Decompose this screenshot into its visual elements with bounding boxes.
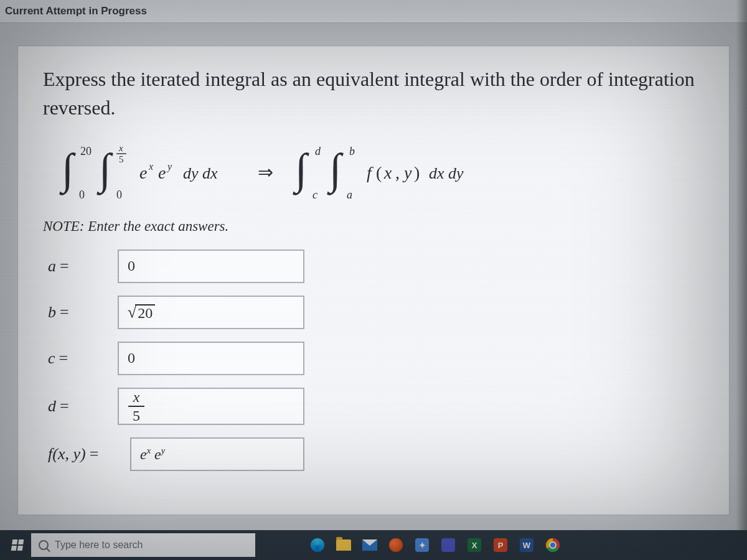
answer-c-label: c= (43, 349, 118, 368)
svg-text:∫: ∫ (96, 145, 113, 195)
svg-text:,: , (395, 163, 400, 182)
snip-icon: ✦ (415, 538, 429, 552)
answer-a-value: 0 (128, 258, 135, 274)
lhs-outer-lower: 0 (79, 189, 85, 201)
answer-f-input[interactable]: ex ey (130, 437, 304, 471)
svg-text:c: c (312, 189, 317, 201)
answer-c-value: 0 (128, 350, 135, 366)
svg-text:b: b (349, 145, 355, 157)
answer-c-input[interactable]: 0 (118, 342, 304, 375)
svg-text:5: 5 (119, 154, 124, 164)
teams-button[interactable] (437, 534, 459, 556)
windows-taskbar: Type here to search ✦ X P W (0, 530, 747, 560)
windows-logo-icon (11, 539, 24, 551)
search-icon (39, 540, 49, 550)
excel-button[interactable]: X (463, 534, 486, 556)
svg-text:dy dx: dy dx (183, 164, 218, 182)
svg-text:e: e (158, 163, 166, 182)
teams-icon (441, 538, 455, 552)
answer-d-input[interactable]: x 5 (118, 388, 304, 425)
edge-button[interactable] (306, 534, 329, 556)
svg-text:x: x (383, 163, 392, 182)
groove-icon (389, 538, 403, 552)
answer-d-value: x 5 (128, 390, 145, 423)
svg-text:f: f (367, 163, 374, 182)
search-placeholder: Type here to search (55, 539, 143, 551)
svg-text:): ) (414, 163, 420, 182)
svg-text:∫: ∫ (59, 145, 76, 195)
svg-text:0: 0 (116, 189, 122, 201)
question-prompt: Express the iterated integral as an equi… (43, 65, 704, 123)
svg-text:∫: ∫ (293, 145, 309, 195)
chrome-icon (546, 538, 560, 552)
svg-text:x: x (148, 161, 153, 172)
mail-button[interactable] (359, 534, 381, 556)
powerpoint-icon: P (494, 538, 507, 552)
integral-expression: ∫ 20 0 ∫ x 5 0 e x e y dy dx ⇒ ∫ d (49, 141, 704, 197)
task-view-button[interactable] (280, 534, 303, 556)
svg-text:dx dy: dx dy (429, 164, 464, 182)
svg-text:a: a (347, 189, 352, 201)
svg-text:y: y (166, 161, 172, 172)
excel-icon: X (467, 538, 481, 552)
svg-text:∫: ∫ (327, 145, 344, 195)
answer-a-input[interactable]: 0 (118, 250, 304, 283)
chrome-button[interactable] (542, 534, 564, 556)
file-explorer-button[interactable] (332, 534, 355, 556)
answer-b-value: √20 (128, 303, 155, 322)
svg-text:y: y (402, 163, 412, 182)
mail-icon (362, 539, 377, 551)
svg-text:e: e (139, 163, 147, 182)
powerpoint-button[interactable]: P (489, 534, 512, 556)
svg-text:d: d (315, 145, 321, 157)
answer-b-label: b= (43, 303, 118, 322)
svg-text:x: x (118, 143, 123, 153)
answer-a-label: a= (43, 257, 118, 276)
svg-text:(: ( (376, 163, 382, 182)
note-text: NOTE: Enter the exact answers. (43, 218, 704, 235)
snip-button[interactable]: ✦ (411, 534, 433, 556)
edge-icon (311, 538, 324, 552)
answer-f-value: ex ey (140, 446, 165, 463)
answer-d-label: d= (43, 397, 118, 416)
answer-f-label: f(x, y)= (43, 445, 130, 464)
svg-text:⇒: ⇒ (258, 162, 273, 182)
screen-bezel (736, 0, 747, 530)
question-panel: Express the iterated integral as an equi… (17, 45, 730, 515)
folder-icon (336, 539, 351, 551)
word-button[interactable]: W (515, 534, 538, 556)
attempt-status: Current Attempt in Progress (5, 5, 742, 17)
word-icon: W (520, 538, 533, 552)
answer-b-input[interactable]: √20 (118, 296, 304, 329)
taskbar-search[interactable]: Type here to search (31, 533, 255, 557)
start-button[interactable] (4, 531, 31, 559)
lhs-outer-upper: 20 (80, 145, 92, 157)
media-button[interactable] (385, 534, 407, 556)
